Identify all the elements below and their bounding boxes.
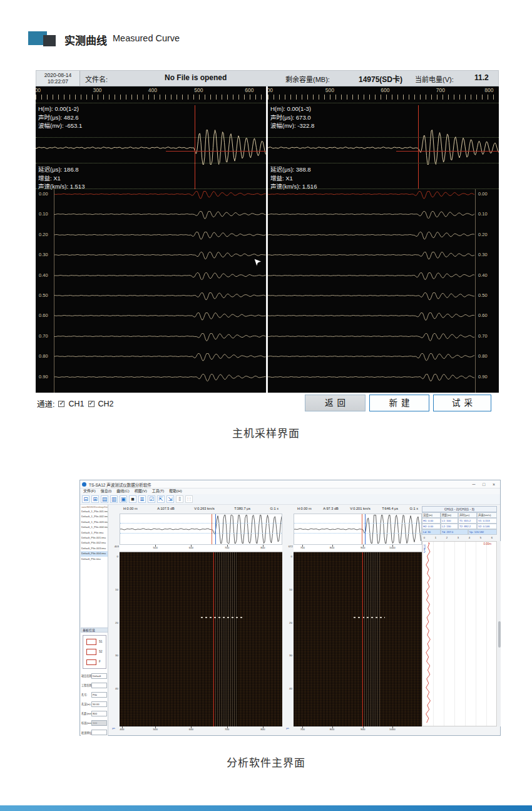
device-panel-2: 00500600700800 H(m): 0.00(1-3) 声时(μs): 6…: [268, 86, 499, 393]
new-button[interactable]: 新建: [369, 395, 429, 411]
menu-item[interactable]: 视图(V): [133, 488, 148, 494]
table-cell: T1: 655.2: [458, 518, 477, 524]
file-item[interactable]: Default_Pile-003.tmu: [81, 546, 108, 551]
table-cell: H1: 0.00: [422, 518, 441, 524]
save-icon[interactable]: ⊞: [91, 495, 99, 503]
pile-info-header: 基桩信息: [81, 628, 108, 633]
form-input[interactable]: 800: [91, 711, 107, 716]
device-sampling-screen: 2020-08-14 10:22:07 文件名: No File is open…: [36, 70, 499, 415]
ruler-label: 600: [381, 87, 389, 93]
panel1-cursor-line[interactable]: [195, 105, 195, 189]
axis-label: 1000: [389, 546, 396, 549]
export-icon[interactable]: ▤: [101, 495, 108, 503]
spacing-icon[interactable]: ⇕: [176, 495, 183, 503]
menu-item[interactable]: 帮助(H): [168, 488, 183, 494]
form-input[interactable]: Pile: [91, 692, 107, 698]
file-item[interactable]: Default_Pile.tmu: [81, 557, 108, 562]
compress-icon[interactable]: ⇲: [166, 495, 174, 503]
panel-header-value: H:0.00 m: [123, 507, 138, 510]
form-label: 孔深(m):: [81, 702, 91, 706]
ch2-checkbox[interactable]: [88, 401, 95, 407]
device-panel-1: 00300400500600 H(m): 0.00(1-2) 声时(μs): 4…: [36, 86, 266, 393]
open-folder-icon[interactable]: ⊟: [82, 495, 90, 503]
file-item[interactable]: Default_Pile-004.tmu: [81, 551, 108, 556]
menu-bar: 文件(F)信息(I)曲线(C)视图(V)工具(T)帮助(H): [80, 488, 500, 494]
axis-label: 500: [153, 728, 158, 731]
ruler-label: 800: [484, 87, 493, 93]
panel2-waterfall[interactable]: [294, 552, 422, 726]
file-item[interactable]: Default_1_Pile-002.tmu: [81, 514, 108, 519]
ruler-tick: 3: [458, 536, 459, 539]
check-view-icon[interactable]: ☑: [148, 495, 155, 503]
expand-icon[interactable]: ⇱: [157, 495, 165, 503]
return-button[interactable]: 返回: [305, 395, 366, 411]
menu-item[interactable]: 文件(F): [82, 488, 97, 494]
panel2-bottom-axis: 7008009001000: [294, 726, 422, 733]
solid-view-icon[interactable]: ■: [129, 495, 136, 503]
ch1-checkbox[interactable]: [58, 401, 64, 407]
maximize-button[interactable]: □: [479, 480, 489, 488]
ruler-tick: 5: [480, 536, 481, 539]
file-item[interactable]: Default_1_Pile-004.tmu: [81, 525, 108, 530]
panel2-cursor-line[interactable]: [418, 105, 419, 189]
form-input[interactable]: [91, 730, 107, 735]
ruler-label: 500: [194, 87, 203, 93]
waterfall-trace: [268, 312, 474, 331]
depth-label: 0.10: [39, 211, 48, 217]
caption-software: 分析软件主界面: [0, 754, 532, 770]
axis-label: 900: [361, 728, 365, 731]
menu-item[interactable]: 曲线(C): [115, 488, 130, 494]
file-item[interactable]: Default_1_Pile-001.tmu: [81, 509, 108, 514]
minimize-button[interactable]: ─: [469, 480, 479, 488]
depth-label: 0.00: [39, 191, 48, 197]
ruler-tick: 4: [469, 536, 470, 539]
axis-label: 1000: [389, 728, 396, 731]
depth-tick: 10: [115, 588, 118, 591]
file-item[interactable]: Default_1_Pile-003.tmu: [81, 520, 108, 525]
scrollbar-thumb[interactable]: [498, 621, 501, 648]
directory-path: swis/84182/Desktop/Default03: [81, 505, 108, 509]
form-input[interactable]: [91, 683, 107, 688]
table-cell: L1: 100: [441, 518, 458, 524]
ruler-label: 600: [245, 87, 253, 93]
waterfall-trace: [54, 353, 266, 371]
panel-header-value: T:646.4 μs: [382, 507, 398, 510]
menu-item[interactable]: 信息(I): [100, 488, 113, 494]
depth-label: 0.80: [39, 353, 48, 359]
file-item[interactable]: Default_1_Pile.tmu: [81, 530, 108, 535]
depth-label: 0.40: [478, 272, 488, 278]
form-input[interactable]: 100: [91, 720, 107, 726]
list-view-icon[interactable]: ≣: [138, 495, 146, 503]
options-icon[interactable]: ∷: [185, 495, 193, 503]
panel-header-value: G:1 x: [270, 507, 279, 510]
panel1-header: H:0.00 mA:107.5 dBV:0.263 km/sT:380.7 μs…: [120, 507, 282, 510]
panel-header-value: A:97.3 dB: [323, 507, 339, 510]
pile-info-form: 项目名称:Default工程名称:孔号:Pile孔深(m):50.00孔距(mm…: [81, 671, 108, 736]
form-input[interactable]: Default: [91, 673, 107, 679]
depth-tick: 20: [289, 621, 292, 624]
sidebar: swis/84182/Desktop/Default03 Default_1_P…: [81, 505, 108, 736]
velocity-track[interactable]: 0.00m 170m/s: [422, 541, 497, 726]
table-cell: V1: 0.153: [477, 518, 497, 524]
curve-view-icon[interactable]: ▣: [120, 495, 127, 503]
results-table: 深度(m)跨距(m)声时(μs)声速(km/s)H1: 0.00L1: 100T…: [422, 512, 497, 535]
trial-button[interactable]: 试采: [433, 395, 491, 411]
axis-label: 700: [300, 728, 305, 731]
software-panel-1: H:0.00 mA:107.5 dBV:0.263 km/sT:380.7 μs…: [120, 505, 282, 736]
table-cell: 跨距(m): [441, 512, 458, 518]
depth-label: 0.90: [39, 374, 48, 380]
panel-header-value: H:0.00 m: [297, 507, 312, 510]
results-scrollbar[interactable]: [498, 541, 501, 726]
toolbar: ⊟⊞▤▥▣■≣☑⇱⇲⇕∷: [80, 494, 500, 505]
depth-tick: 40: [289, 687, 292, 690]
depth-label: 0.70: [478, 333, 488, 339]
close-button[interactable]: ×: [489, 480, 499, 488]
file-item[interactable]: Default_Pile-002.tmu: [81, 540, 108, 545]
report-icon[interactable]: ▥: [110, 495, 118, 503]
waterfall-trace: [268, 373, 474, 392]
file-item[interactable]: Default_Pile-001.tmu: [81, 535, 108, 540]
panel1-waterfall[interactable]: [120, 552, 282, 726]
menu-item[interactable]: 工具(T): [151, 488, 166, 494]
ch2-label: CH2: [98, 400, 114, 408]
form-input[interactable]: 50.00: [91, 701, 107, 707]
